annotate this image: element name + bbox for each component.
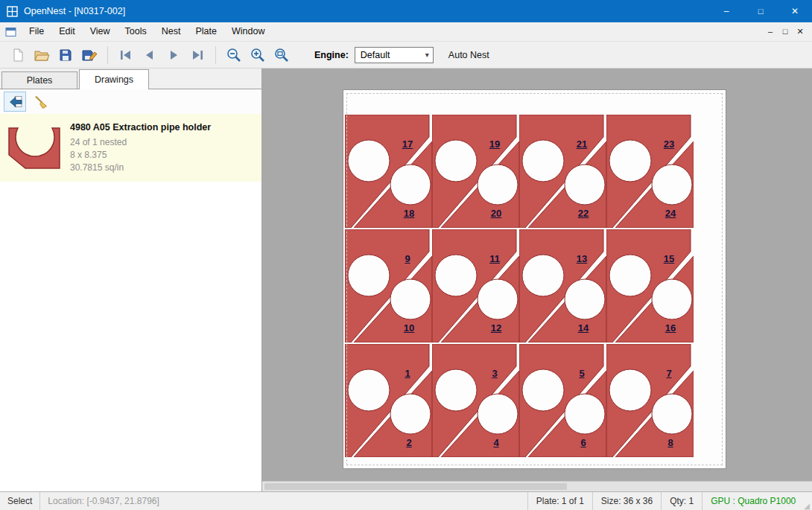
save-edit-button[interactable]	[77, 44, 101, 66]
part-number: 7	[666, 368, 671, 379]
close-button[interactable]: ✕	[778, 0, 812, 22]
part-hole-top	[435, 255, 477, 296]
part-hole-bottom	[390, 165, 431, 205]
part-hole-top	[435, 369, 477, 411]
go-last-icon	[191, 49, 204, 61]
maximize-button[interactable]: □	[743, 0, 778, 22]
part-number: 8	[667, 437, 673, 448]
go-first-icon	[119, 49, 133, 61]
horizontal-scrollbar[interactable]	[262, 481, 812, 491]
chevron-down-icon: ▾	[422, 51, 433, 59]
mdi-restore-button[interactable]: □	[778, 27, 793, 36]
part-hole-top	[522, 369, 564, 411]
nested-part-pair[interactable]: 23 24	[606, 115, 694, 228]
part-number: 9	[405, 253, 410, 264]
open-button[interactable]	[30, 44, 54, 66]
part-thumbnail	[6, 121, 63, 173]
next-plate-button[interactable]	[162, 44, 185, 66]
part-hole-top	[609, 255, 651, 296]
first-plate-button[interactable]	[114, 44, 138, 66]
save-edit-icon	[81, 48, 98, 63]
nested-part-pair[interactable]: 19 20	[432, 115, 519, 228]
part-hole-top	[348, 369, 390, 411]
zoom-in-icon	[250, 47, 266, 63]
menu-plate[interactable]: Plate	[188, 22, 224, 41]
part-number: 15	[664, 253, 674, 264]
last-plate-button[interactable]	[185, 44, 209, 66]
menu-edit[interactable]: Edit	[51, 22, 83, 41]
nested-part-pair[interactable]: 1 2	[345, 344, 432, 457]
nested-part-pair[interactable]: 3 4	[432, 344, 519, 457]
menu-view[interactable]: View	[83, 22, 118, 41]
nested-part-pair[interactable]: 5 6	[519, 344, 606, 457]
part-number: 16	[665, 322, 676, 334]
menu-window[interactable]: Window	[224, 22, 272, 41]
mdi-close-button[interactable]: ✕	[793, 27, 808, 36]
replace-drawing-button[interactable]	[4, 92, 26, 112]
part-hole-bottom	[565, 165, 605, 205]
new-button[interactable]	[6, 44, 30, 66]
tab-drawings[interactable]: Drawings	[79, 69, 149, 89]
broom-icon	[34, 95, 48, 109]
part-number: 10	[404, 322, 414, 334]
statusbar: Select Location: [-0.9437, 21.8796] Plat…	[0, 491, 812, 510]
clear-drawings-button[interactable]	[30, 92, 52, 112]
nested-part-pair[interactable]: 13 14	[519, 229, 606, 342]
go-next-icon	[167, 49, 180, 61]
side-panel: Plates Drawings 4980 A05 Extraction pipe…	[0, 68, 262, 491]
part-pair-shape	[606, 115, 694, 228]
auto-nest-button[interactable]: Auto Nest	[448, 50, 489, 60]
drawing-list-item[interactable]: 4980 A05 Extraction pipe holder 24 of 1 …	[0, 114, 261, 182]
go-previous-icon	[143, 49, 156, 61]
part-number: 14	[578, 322, 589, 334]
part-hole-top	[522, 140, 564, 182]
part-number: 1	[405, 368, 410, 379]
part-number: 18	[404, 208, 414, 219]
nested-part-pair[interactable]: 11 12	[432, 229, 519, 342]
menu-tools[interactable]: Tools	[118, 22, 154, 41]
scrollbar-thumb[interactable]	[264, 483, 567, 490]
part-pair-shape	[432, 344, 519, 457]
drawings-list-empty-area	[0, 182, 261, 491]
nested-part-pair[interactable]: 7 8	[606, 344, 694, 457]
nested-part-pair[interactable]: 21 22	[519, 115, 606, 228]
mdi-window-controls: – □ ✕	[763, 27, 808, 36]
toolbar-separator	[107, 46, 108, 64]
part-number: 11	[489, 253, 500, 264]
previous-plate-button[interactable]	[138, 44, 162, 66]
part-number: 5	[579, 368, 584, 379]
drawing-nested-count: 24 of 1 nested	[70, 136, 211, 149]
zoom-out-icon	[226, 47, 242, 63]
part-pair-shape	[432, 229, 519, 342]
engine-label: Engine:	[314, 50, 349, 60]
status-location: Location: [-0.9437, 21.8796]	[40, 496, 159, 506]
nested-part-pair[interactable]: 15 16	[606, 229, 694, 342]
mdi-document-icon	[5, 27, 17, 37]
save-button[interactable]	[54, 44, 77, 66]
plate[interactable]: 17 18 19 20 21 22 23 24	[343, 89, 726, 469]
tab-plates[interactable]: Plates	[1, 71, 77, 89]
part-pair-shape	[606, 344, 694, 457]
mdi-minimize-button[interactable]: –	[763, 27, 778, 36]
part-number: 19	[489, 138, 500, 150]
menu-file[interactable]: File	[22, 22, 51, 41]
nest-canvas[interactable]: 17 18 19 20 21 22 23 24	[262, 68, 812, 491]
nested-part-pair[interactable]: 9 10	[345, 229, 432, 342]
titlebar: OpenNest - [N0317-002] – □ ✕	[0, 0, 812, 22]
drawings-toolbar	[0, 89, 261, 114]
zoom-out-button[interactable]	[222, 44, 246, 66]
status-plate: Plate: 1 of 1	[527, 492, 592, 510]
resize-grip-icon[interactable]: ◢	[804, 502, 812, 510]
part-number: 3	[492, 368, 497, 379]
engine-select[interactable]: Default ▾	[355, 47, 434, 63]
nested-part-pair[interactable]: 17 18	[345, 115, 432, 228]
part-number: 4	[493, 437, 498, 448]
part-pair-shape	[345, 115, 432, 228]
part-hole-top	[348, 255, 390, 296]
status-size: Size: 36 x 36	[592, 492, 661, 510]
zoom-fit-button[interactable]	[270, 44, 294, 66]
zoom-in-button[interactable]	[246, 44, 270, 66]
menu-nest[interactable]: Nest	[154, 22, 188, 41]
panel-tabs: Plates Drawings	[0, 68, 261, 89]
minimize-button[interactable]: –	[709, 0, 743, 22]
